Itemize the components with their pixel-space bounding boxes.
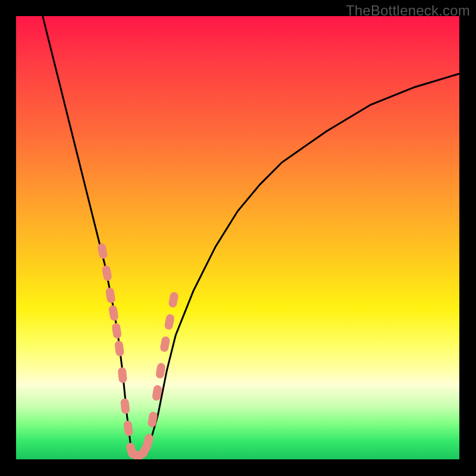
curve-marker xyxy=(102,265,112,281)
chart-svg xyxy=(16,16,459,459)
curve-marker xyxy=(147,411,158,428)
curve-marker xyxy=(168,292,178,308)
curve-marker xyxy=(108,305,119,321)
curve-marker xyxy=(155,362,166,379)
curve-marker xyxy=(142,433,154,450)
curve-marker xyxy=(111,322,122,339)
chart-frame: TheBottleneck.com xyxy=(0,0,476,476)
curve-marker xyxy=(159,336,170,352)
curve-marker xyxy=(164,314,175,330)
curve-markers xyxy=(97,243,179,459)
curve-marker xyxy=(105,287,116,303)
curve-marker xyxy=(97,243,108,259)
curve-marker xyxy=(118,367,128,383)
curve-marker xyxy=(120,398,130,414)
curve-marker xyxy=(114,340,124,357)
plot-area xyxy=(16,16,459,459)
bottleneck-curve xyxy=(43,16,459,455)
curve-marker xyxy=(123,420,133,437)
